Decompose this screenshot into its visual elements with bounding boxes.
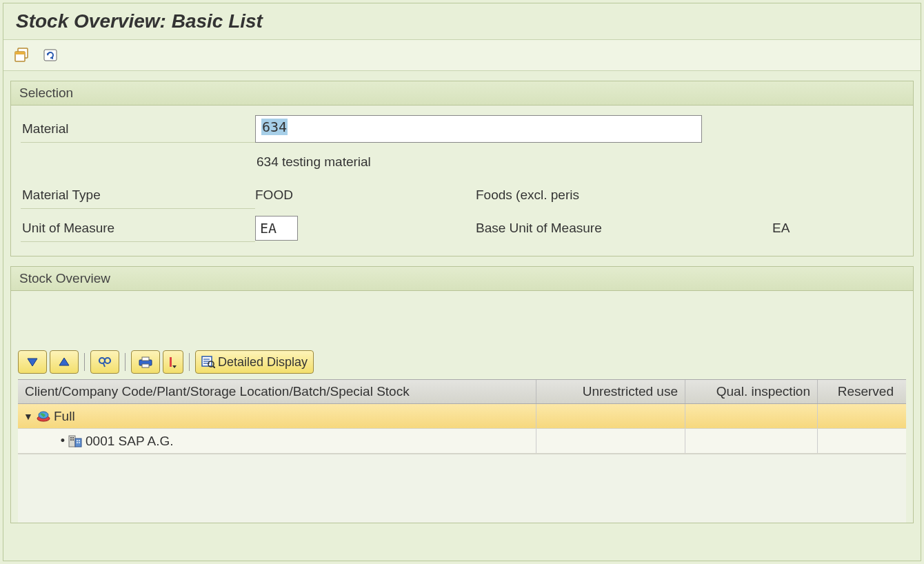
- material-value: 634: [261, 119, 288, 135]
- material-type-label: Material Type: [21, 182, 255, 209]
- title-bar: Stock Overview: Basic List: [3, 3, 921, 40]
- svg-marker-7: [59, 358, 69, 365]
- svg-rect-2: [15, 52, 25, 54]
- app-toolbar: [3, 40, 921, 71]
- tree-toolbar: Detailed Display: [15, 350, 909, 379]
- stock-overview-header: Stock Overview: [11, 267, 913, 291]
- expand-all-button[interactable]: [18, 350, 47, 374]
- stock-overview-window: Stock Overview: Basic List Selection Mat…: [3, 3, 921, 561]
- svg-point-8: [99, 358, 105, 363]
- print-dropdown-button[interactable]: [163, 350, 183, 374]
- selection-header: Selection: [11, 81, 913, 105]
- stock-table: Client/Company Code/Plant/Storage Locati…: [18, 379, 906, 523]
- uom-input[interactable]: EA: [255, 216, 298, 241]
- svg-marker-6: [28, 359, 37, 366]
- uom-label: Unit of Measure: [21, 215, 255, 242]
- collapse-all-button[interactable]: [50, 350, 79, 374]
- refresh-icon[interactable]: [41, 46, 60, 65]
- col-qual-inspection[interactable]: Qual. inspection: [685, 380, 818, 403]
- base-uom-label: Base Unit of Measure: [476, 221, 772, 236]
- tree-row-label: 0001 SAP A.G.: [86, 434, 173, 449]
- print-button[interactable]: [131, 350, 160, 374]
- page-title: Stock Overview: Basic List: [16, 10, 908, 32]
- material-type-desc: Foods (excl. peris: [476, 188, 696, 203]
- svg-line-10: [103, 363, 105, 367]
- empty-rows-area: [18, 454, 906, 523]
- svg-rect-31: [79, 440, 80, 441]
- base-uom-value: EA: [772, 221, 790, 236]
- material-input[interactable]: 634: [255, 115, 702, 143]
- material-label: Material: [21, 116, 255, 143]
- svg-marker-15: [172, 365, 177, 368]
- selection-panel: Selection Material 634 634 testing mater…: [10, 81, 914, 256]
- svg-rect-26: [72, 437, 74, 439]
- new-window-icon[interactable]: [13, 46, 32, 65]
- table-header-row: Client/Company Code/Plant/Storage Locati…: [18, 379, 906, 404]
- find-button[interactable]: [90, 350, 119, 374]
- svg-rect-25: [70, 437, 72, 439]
- svg-rect-33: [79, 442, 80, 443]
- svg-rect-12: [142, 357, 149, 361]
- company-icon: [68, 434, 83, 448]
- detailed-display-button[interactable]: Detailed Display: [195, 350, 314, 374]
- svg-rect-32: [77, 442, 78, 443]
- svg-rect-29: [75, 439, 81, 447]
- svg-rect-30: [77, 440, 78, 441]
- separator: [189, 353, 190, 371]
- collapse-caret-icon[interactable]: ▼: [23, 411, 33, 422]
- svg-rect-27: [70, 439, 72, 441]
- detailed-display-label: Detailed Display: [218, 355, 308, 370]
- bullet-icon: •: [61, 434, 65, 448]
- tree-row-full[interactable]: ▼ Full: [18, 404, 906, 429]
- material-description: 634 testing material: [255, 154, 371, 170]
- col-reserved[interactable]: Reserved: [818, 380, 901, 403]
- col-hierarchy[interactable]: Client/Company Code/Plant/Storage Locati…: [18, 380, 536, 403]
- world-icon: [36, 410, 51, 423]
- material-type-value: FOOD: [255, 188, 476, 203]
- svg-rect-28: [72, 439, 74, 441]
- svg-point-9: [105, 358, 110, 363]
- svg-rect-13: [142, 364, 149, 367]
- separator: [125, 353, 125, 371]
- tree-row-label: Full: [54, 409, 75, 424]
- col-unrestricted[interactable]: Unrestricted use: [536, 380, 685, 403]
- svg-line-21: [213, 366, 215, 368]
- stock-overview-panel: Stock Overview: [10, 266, 914, 523]
- svg-rect-24: [69, 436, 75, 447]
- svg-rect-14: [170, 357, 172, 367]
- separator: [84, 353, 85, 371]
- tree-row-company[interactable]: • 0001 SAP A.G.: [18, 429, 906, 454]
- svg-rect-3: [44, 50, 57, 61]
- spacer: [21, 157, 255, 168]
